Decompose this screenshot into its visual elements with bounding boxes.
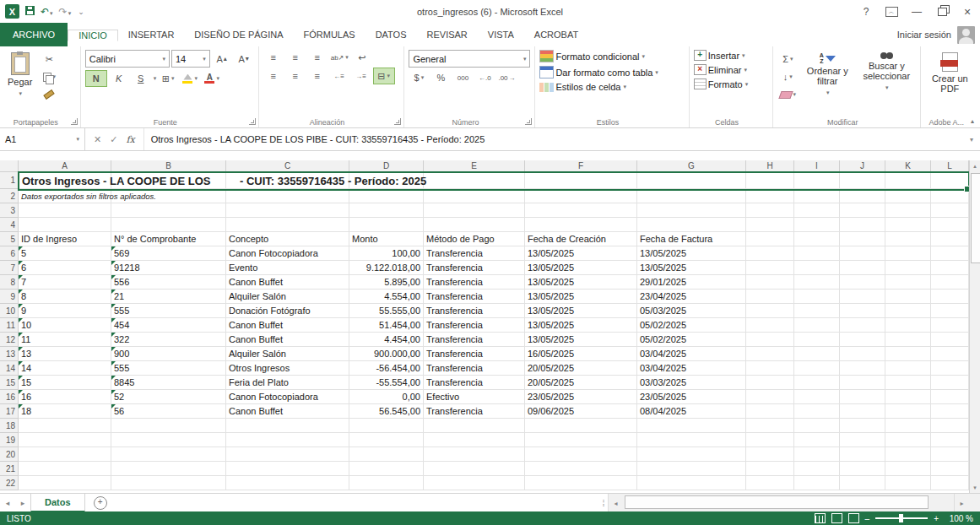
font-dialog-launcher[interactable] [249,118,256,125]
cell-E12[interactable]: Transferencia [424,333,525,347]
cell-G14[interactable]: 03/04/2025 [637,361,746,376]
zoom-level[interactable]: 100 % [945,514,973,523]
cell-B8[interactable]: 556 [111,275,226,290]
name-box-dropdown-icon[interactable]: ▾ [76,136,79,143]
cell-J10[interactable] [840,304,885,318]
cell-G5[interactable]: Fecha de Factura [637,232,746,246]
cell-D7[interactable]: 9.122.018,00 [349,261,424,275]
cell-K21[interactable] [885,462,931,476]
orientation-button[interactable]: ab↗▾ [329,50,350,65]
row-header-3[interactable]: 3 [0,203,19,218]
cell-I7[interactable] [794,261,840,275]
cell-F21[interactable] [525,462,637,476]
decrease-font-button[interactable]: A▾ [234,51,254,67]
cell-L6[interactable] [931,246,969,261]
find-select-button[interactable]: Buscar y seleccionar▾ [857,50,916,115]
column-header-H[interactable]: H [746,160,794,172]
cell-B16[interactable]: 52 [111,390,226,404]
selection-fill-handle[interactable] [964,186,969,192]
cell-L5[interactable] [931,232,969,246]
close-button[interactable]: × [955,0,980,23]
page-layout-view-icon[interactable] [831,513,842,523]
cell-L8[interactable] [931,275,969,290]
cell-G9[interactable]: 23/04/2025 [637,290,746,304]
cell-I9[interactable] [794,290,840,304]
cell-I16[interactable] [794,390,840,404]
cell-K11[interactable] [885,318,931,333]
cell-I21[interactable] [794,462,840,476]
save-button[interactable] [25,6,35,17]
cell-G15[interactable]: 03/03/2025 [637,376,746,390]
cell-F6[interactable]: 13/05/2025 [525,246,637,261]
cell-H17[interactable] [746,404,794,419]
cell-I8[interactable] [794,275,840,290]
normal-view-icon[interactable] [815,513,826,523]
column-header-I[interactable]: I [794,160,840,172]
sheet-tab-datos[interactable]: Datos [30,494,85,512]
minimize-button[interactable]: — [904,0,929,23]
cell-C8[interactable]: Canon Buffet [226,275,349,290]
cell-A7[interactable]: 6 [19,261,111,275]
cell-B14[interactable]: 555 [111,361,226,376]
cell-F19[interactable] [525,433,637,447]
cell-J3[interactable] [840,203,885,218]
wrap-text-button[interactable]: ↩ [352,50,372,65]
cell-I15[interactable] [794,376,840,390]
italic-button[interactable]: K [109,71,129,86]
cell-C16[interactable]: Canon Fotocopiadora [226,390,349,404]
column-header-G[interactable]: G [637,160,746,172]
redo-button[interactable]: ↷▾ [59,7,72,17]
new-sheet-button[interactable]: + [94,496,107,510]
cell-A2[interactable]: Datos exportados sin filtros aplicados. [19,189,111,203]
row-header-7[interactable]: 7 [0,261,19,275]
zoom-slider-thumb[interactable] [899,514,903,522]
align-bottom-button[interactable]: ≡ [307,50,328,65]
cell-L18[interactable] [931,419,969,433]
cell-J7[interactable] [840,261,885,275]
horizontal-scroll-thumb[interactable] [625,495,929,509]
font-size-combo[interactable]: 14▾ [171,50,210,68]
cell-D6[interactable]: 100,00 [349,246,424,261]
cell-D11[interactable]: 51.454,00 [349,318,424,333]
cell-A4[interactable] [19,218,111,232]
zoom-out-icon[interactable]: – [865,514,870,523]
tab-revisar[interactable]: REVISAR [417,30,478,40]
page-break-view-icon[interactable] [848,513,859,523]
cell-I2[interactable] [794,189,840,203]
help-button[interactable]: ? [853,0,879,23]
cell-D13[interactable]: 900.000,00 [349,347,424,361]
cell-J5[interactable] [840,232,885,246]
align-center-button[interactable]: ≡ [285,68,306,84]
cell-J14[interactable] [840,361,885,376]
cell-D2[interactable] [349,189,424,203]
cell-D12[interactable]: 4.454,00 [349,333,424,347]
insert-cells-button[interactable]: + Insertar▾ [694,50,769,61]
cell-A10[interactable]: 9 [19,304,111,318]
cell-H11[interactable] [746,318,794,333]
scroll-down-icon[interactable]: ▾ [970,482,980,493]
cell-L12[interactable] [931,333,969,347]
cell-J8[interactable] [840,275,885,290]
tab-datos[interactable]: DATOS [365,30,417,40]
cell-J22[interactable] [840,476,885,490]
cell-G12[interactable]: 05/02/2025 [637,333,746,347]
cell-F16[interactable]: 23/05/2025 [525,390,637,404]
format-cells-button[interactable]: Formato▾ [694,78,769,89]
cell-E22[interactable] [424,476,525,490]
cell-E11[interactable]: Transferencia [424,318,525,333]
cell-E9[interactable]: Transferencia [424,290,525,304]
column-header-A[interactable]: A [19,160,111,172]
delete-cells-button[interactable]: × Eliminar▾ [694,64,769,75]
cell-A21[interactable] [19,462,111,476]
cell-K4[interactable] [885,218,931,232]
cell-E5[interactable]: Método de Pago [424,232,525,246]
cell-L17[interactable] [931,404,969,419]
cell-J16[interactable] [840,390,885,404]
cell-H14[interactable] [746,361,794,376]
cell-I4[interactable] [794,218,840,232]
name-box[interactable]: A1 ▾ [0,128,85,150]
cell-E2[interactable] [424,189,525,203]
cell-L22[interactable] [931,476,969,490]
cell-A22[interactable] [19,476,111,490]
tab-inicio[interactable]: INICIO [68,30,118,41]
